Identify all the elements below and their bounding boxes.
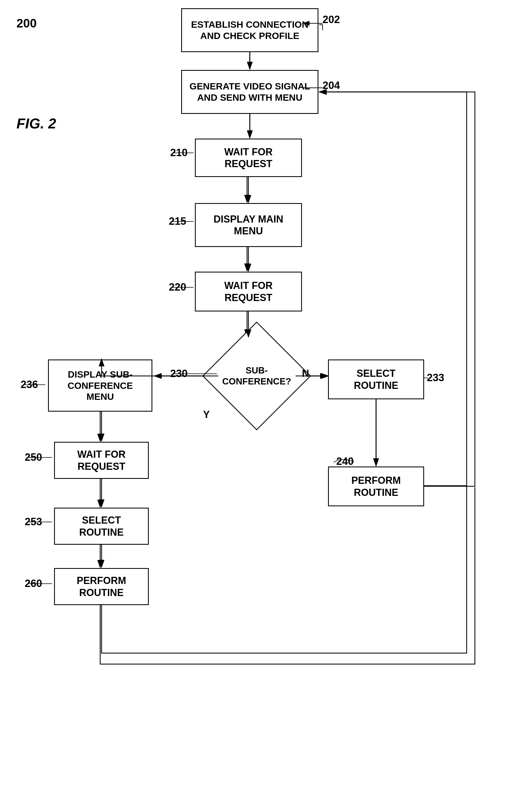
box-210: WAIT FORREQUEST	[195, 139, 302, 177]
y-label: Y	[203, 409, 210, 420]
label-250: 250	[25, 451, 42, 463]
box-250: WAIT FORREQUEST	[54, 442, 149, 479]
label-240: 240	[336, 456, 354, 467]
box-253: SELECTROUTINE	[54, 508, 149, 545]
box-240: PERFORMROUTINE	[328, 466, 424, 506]
label-204: 204	[322, 79, 340, 91]
label-210: 210	[170, 147, 187, 159]
diamond-230: SUB-CONFERENCE?	[218, 338, 295, 414]
label-233: 233	[427, 372, 444, 384]
box-220: WAIT FORREQUEST	[195, 272, 302, 311]
diagram-number: 200	[17, 17, 37, 30]
n-label: N	[302, 368, 309, 379]
label-230: 230	[170, 368, 187, 379]
box-204: GENERATE VIDEO SIGNALAND SEND WITH MENU	[181, 70, 318, 114]
box-233: SELECTROUTINE	[328, 359, 424, 399]
label-253: 253	[25, 516, 42, 528]
label-236: 236	[21, 379, 38, 391]
label-220: 220	[169, 281, 186, 293]
label-202: 202	[322, 14, 340, 25]
label-215: 215	[169, 215, 186, 227]
flowchart-diagram: 200 FIG. 2	[0, 0, 521, 812]
box-260: PERFORMROUTINE	[54, 568, 149, 605]
box-236: DISPLAY SUB-CONFERENCEMENU	[48, 359, 152, 412]
box-202: ESTABLISH CONNECTIONAND CHECK PROFILE	[181, 8, 318, 52]
box-215: DISPLAY MAINMENU	[195, 203, 302, 247]
label-260: 260	[25, 578, 42, 589]
figure-label: FIG. 2	[17, 115, 56, 132]
